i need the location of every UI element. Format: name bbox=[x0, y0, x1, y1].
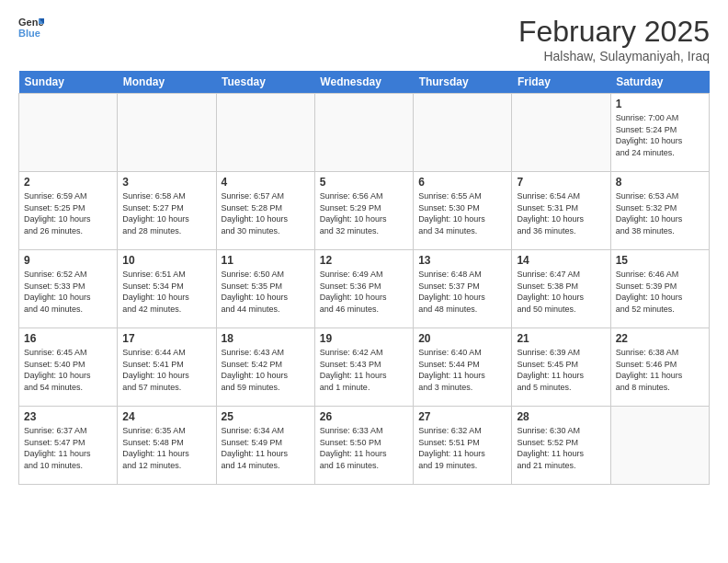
col-thursday: Thursday bbox=[414, 71, 512, 94]
calendar-cell-w5-d3: 25Sunrise: 6:34 AM Sunset: 5:49 PM Dayli… bbox=[216, 407, 314, 485]
calendar-cell-w1-d1 bbox=[19, 94, 118, 172]
day-number: 26 bbox=[320, 410, 408, 423]
day-number: 9 bbox=[24, 254, 112, 267]
calendar-cell-w5-d5: 27Sunrise: 6:32 AM Sunset: 5:51 PM Dayli… bbox=[414, 407, 512, 485]
calendar-cell-w1-d2 bbox=[118, 94, 216, 172]
calendar-cell-w4-d4: 19Sunrise: 6:42 AM Sunset: 5:43 PM Dayli… bbox=[314, 328, 413, 407]
calendar-header-row: Sunday Monday Tuesday Wednesday Thursday… bbox=[19, 71, 710, 94]
day-info: Sunrise: 6:50 AM Sunset: 5:35 PM Dayligh… bbox=[222, 269, 310, 315]
calendar-cell-w5-d1: 23Sunrise: 6:37 AM Sunset: 5:47 PM Dayli… bbox=[19, 407, 118, 485]
day-number: 1 bbox=[616, 98, 704, 110]
calendar-cell-w5-d6: 28Sunrise: 6:30 AM Sunset: 5:52 PM Dayli… bbox=[512, 407, 610, 485]
calendar-cell-w2-d4: 5Sunrise: 6:56 AM Sunset: 5:29 PM Daylig… bbox=[314, 172, 413, 250]
day-info: Sunrise: 6:38 AM Sunset: 5:46 PM Dayligh… bbox=[616, 347, 704, 393]
week-row-2: 2Sunrise: 6:59 AM Sunset: 5:25 PM Daylig… bbox=[19, 172, 710, 250]
day-info: Sunrise: 6:48 AM Sunset: 5:37 PM Dayligh… bbox=[418, 269, 506, 315]
day-number: 21 bbox=[517, 332, 605, 345]
calendar-cell-w2-d7: 8Sunrise: 6:53 AM Sunset: 5:32 PM Daylig… bbox=[610, 172, 709, 250]
day-info: Sunrise: 6:39 AM Sunset: 5:45 PM Dayligh… bbox=[517, 347, 605, 393]
col-monday: Monday bbox=[118, 71, 216, 94]
day-info: Sunrise: 6:30 AM Sunset: 5:52 PM Dayligh… bbox=[517, 425, 605, 471]
calendar-cell-w4-d6: 21Sunrise: 6:39 AM Sunset: 5:45 PM Dayli… bbox=[512, 328, 610, 407]
day-info: Sunrise: 6:34 AM Sunset: 5:49 PM Dayligh… bbox=[222, 425, 310, 471]
day-number: 3 bbox=[122, 176, 210, 189]
day-info: Sunrise: 6:56 AM Sunset: 5:29 PM Dayligh… bbox=[320, 190, 408, 236]
day-number: 18 bbox=[222, 332, 310, 345]
week-row-1: 1Sunrise: 7:00 AM Sunset: 5:24 PM Daylig… bbox=[19, 94, 710, 172]
day-number: 13 bbox=[418, 254, 506, 267]
calendar-cell-w2-d1: 2Sunrise: 6:59 AM Sunset: 5:25 PM Daylig… bbox=[19, 172, 118, 250]
day-number: 19 bbox=[320, 332, 408, 345]
day-number: 27 bbox=[418, 410, 506, 423]
page: General Blue February 2025 Halshaw, Sula… bbox=[0, 0, 728, 563]
day-info: Sunrise: 6:43 AM Sunset: 5:42 PM Dayligh… bbox=[222, 347, 310, 393]
day-number: 4 bbox=[222, 176, 310, 189]
calendar-cell-w1-d6 bbox=[512, 94, 610, 172]
calendar-cell-w5-d7 bbox=[610, 407, 709, 485]
week-row-3: 9Sunrise: 6:52 AM Sunset: 5:33 PM Daylig… bbox=[19, 250, 710, 328]
day-info: Sunrise: 6:33 AM Sunset: 5:50 PM Dayligh… bbox=[320, 425, 408, 471]
calendar-cell-w2-d2: 3Sunrise: 6:58 AM Sunset: 5:27 PM Daylig… bbox=[118, 172, 216, 250]
day-info: Sunrise: 6:46 AM Sunset: 5:39 PM Dayligh… bbox=[616, 269, 704, 315]
col-friday: Friday bbox=[512, 71, 610, 94]
day-info: Sunrise: 6:45 AM Sunset: 5:40 PM Dayligh… bbox=[24, 347, 112, 393]
calendar-cell-w4-d3: 18Sunrise: 6:43 AM Sunset: 5:42 PM Dayli… bbox=[216, 328, 314, 407]
day-number: 2 bbox=[24, 176, 112, 189]
col-sunday: Sunday bbox=[19, 71, 118, 94]
calendar-cell-w3-d6: 14Sunrise: 6:47 AM Sunset: 5:38 PM Dayli… bbox=[512, 250, 610, 328]
calendar-cell-w3-d1: 9Sunrise: 6:52 AM Sunset: 5:33 PM Daylig… bbox=[19, 250, 118, 328]
day-info: Sunrise: 7:00 AM Sunset: 5:24 PM Dayligh… bbox=[616, 112, 704, 158]
day-info: Sunrise: 6:59 AM Sunset: 5:25 PM Dayligh… bbox=[24, 190, 112, 236]
day-info: Sunrise: 6:52 AM Sunset: 5:33 PM Dayligh… bbox=[24, 269, 112, 315]
day-number: 25 bbox=[222, 410, 310, 423]
day-number: 28 bbox=[517, 410, 605, 423]
calendar-cell-w1-d4 bbox=[314, 94, 413, 172]
month-title: February 2025 bbox=[518, 15, 710, 49]
day-number: 12 bbox=[320, 254, 408, 267]
day-number: 8 bbox=[616, 176, 704, 189]
day-number: 22 bbox=[616, 332, 704, 345]
week-row-4: 16Sunrise: 6:45 AM Sunset: 5:40 PM Dayli… bbox=[19, 328, 710, 407]
day-info: Sunrise: 6:44 AM Sunset: 5:41 PM Dayligh… bbox=[122, 347, 210, 393]
col-wednesday: Wednesday bbox=[314, 71, 413, 94]
day-number: 11 bbox=[222, 254, 310, 267]
day-number: 20 bbox=[418, 332, 506, 345]
col-saturday: Saturday bbox=[610, 71, 709, 94]
day-number: 14 bbox=[517, 254, 605, 267]
day-info: Sunrise: 6:42 AM Sunset: 5:43 PM Dayligh… bbox=[320, 347, 408, 393]
day-info: Sunrise: 6:58 AM Sunset: 5:27 PM Dayligh… bbox=[122, 190, 210, 236]
calendar-cell-w4-d5: 20Sunrise: 6:40 AM Sunset: 5:44 PM Dayli… bbox=[414, 328, 512, 407]
week-row-5: 23Sunrise: 6:37 AM Sunset: 5:47 PM Dayli… bbox=[19, 407, 710, 485]
calendar-cell-w4-d1: 16Sunrise: 6:45 AM Sunset: 5:40 PM Dayli… bbox=[19, 328, 118, 407]
title-section: February 2025 Halshaw, Sulaymaniyah, Ira… bbox=[518, 15, 710, 63]
day-info: Sunrise: 6:54 AM Sunset: 5:31 PM Dayligh… bbox=[517, 190, 605, 236]
day-number: 24 bbox=[122, 410, 210, 423]
day-info: Sunrise: 6:49 AM Sunset: 5:36 PM Dayligh… bbox=[320, 269, 408, 315]
calendar-table: Sunday Monday Tuesday Wednesday Thursday… bbox=[18, 71, 710, 485]
calendar-cell-w4-d7: 22Sunrise: 6:38 AM Sunset: 5:46 PM Dayli… bbox=[610, 328, 709, 407]
calendar-cell-w4-d2: 17Sunrise: 6:44 AM Sunset: 5:41 PM Dayli… bbox=[118, 328, 216, 407]
day-number: 17 bbox=[122, 332, 210, 345]
day-info: Sunrise: 6:55 AM Sunset: 5:30 PM Dayligh… bbox=[418, 190, 506, 236]
day-number: 10 bbox=[122, 254, 210, 267]
col-tuesday: Tuesday bbox=[216, 71, 314, 94]
calendar-cell-w2-d5: 6Sunrise: 6:55 AM Sunset: 5:30 PM Daylig… bbox=[414, 172, 512, 250]
calendar-cell-w5-d2: 24Sunrise: 6:35 AM Sunset: 5:48 PM Dayli… bbox=[118, 407, 216, 485]
logo: General Blue bbox=[18, 15, 44, 40]
day-number: 5 bbox=[320, 176, 408, 189]
day-info: Sunrise: 6:35 AM Sunset: 5:48 PM Dayligh… bbox=[122, 425, 210, 471]
location-subtitle: Halshaw, Sulaymaniyah, Iraq bbox=[518, 49, 710, 63]
day-number: 7 bbox=[517, 176, 605, 189]
day-info: Sunrise: 6:57 AM Sunset: 5:28 PM Dayligh… bbox=[222, 190, 310, 236]
day-info: Sunrise: 6:47 AM Sunset: 5:38 PM Dayligh… bbox=[517, 269, 605, 315]
calendar-cell-w3-d2: 10Sunrise: 6:51 AM Sunset: 5:34 PM Dayli… bbox=[118, 250, 216, 328]
calendar-cell-w1-d5 bbox=[414, 94, 512, 172]
calendar-cell-w3-d3: 11Sunrise: 6:50 AM Sunset: 5:35 PM Dayli… bbox=[216, 250, 314, 328]
calendar-cell-w2-d6: 7Sunrise: 6:54 AM Sunset: 5:31 PM Daylig… bbox=[512, 172, 610, 250]
day-number: 15 bbox=[616, 254, 704, 267]
day-info: Sunrise: 6:40 AM Sunset: 5:44 PM Dayligh… bbox=[418, 347, 506, 393]
calendar-cell-w1-d3 bbox=[216, 94, 314, 172]
calendar-cell-w3-d7: 15Sunrise: 6:46 AM Sunset: 5:39 PM Dayli… bbox=[610, 250, 709, 328]
calendar-cell-w5-d4: 26Sunrise: 6:33 AM Sunset: 5:50 PM Dayli… bbox=[314, 407, 413, 485]
svg-text:Blue: Blue bbox=[18, 28, 40, 39]
